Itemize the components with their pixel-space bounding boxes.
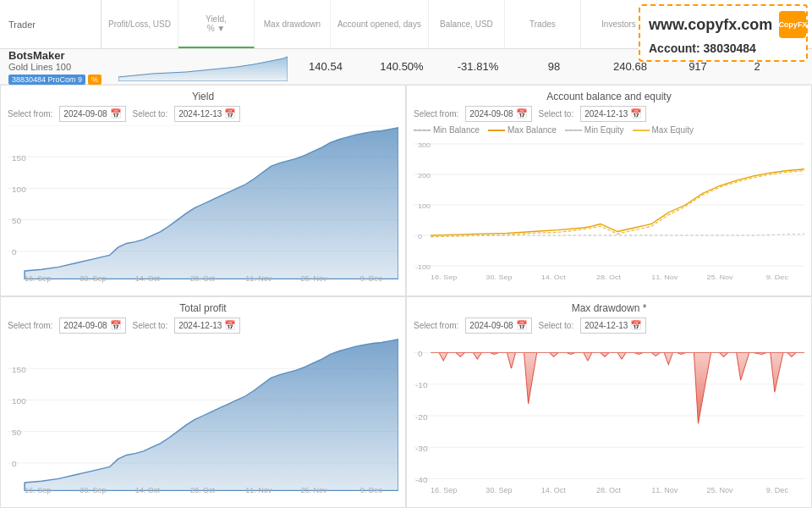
svg-text:-40: -40 bbox=[415, 475, 427, 484]
drawdown-to-label: Select to: bbox=[539, 321, 574, 330]
balance-from-date[interactable]: 2024-09-08 📅 bbox=[465, 106, 531, 122]
yield-chart-title: Yield bbox=[8, 91, 398, 102]
stat-balance: 240.68 bbox=[592, 60, 668, 73]
calendar-icon-yield-to: 📅 bbox=[224, 108, 236, 119]
svg-text:-30: -30 bbox=[415, 444, 427, 453]
col-trades-label: Trades bbox=[529, 19, 556, 29]
header-trader-label: Trader bbox=[0, 0, 102, 48]
drawdown-from-date[interactable]: 2024-09-08 📅 bbox=[465, 318, 531, 334]
yield-chart-panel: Yield Select from: 2024-09-08 📅 Select t… bbox=[0, 85, 406, 296]
profit-from-label: Select from: bbox=[8, 321, 52, 330]
charts-area: Yield Select from: 2024-09-08 📅 Select t… bbox=[0, 85, 812, 508]
svg-text:9. Dec: 9. Dec bbox=[360, 486, 383, 494]
svg-text:11. Nov: 11. Nov bbox=[245, 274, 272, 283]
legend-min-balance: Min Balance bbox=[414, 125, 480, 135]
calendar-icon-yield-from: 📅 bbox=[110, 108, 122, 119]
stat-maxdd: -31.81% bbox=[440, 60, 516, 73]
trader-info: BotsMaker Gold Lines 100 38830484 ProCom… bbox=[8, 49, 110, 85]
svg-text:-20: -20 bbox=[415, 412, 427, 422]
svg-text:9. Dec: 9. Dec bbox=[766, 273, 789, 281]
balance-equity-chart-title: Account balance and equity bbox=[414, 91, 804, 102]
legend-max-equity: Max Equity bbox=[633, 125, 694, 135]
stat-yield: 140.50% bbox=[364, 60, 440, 73]
balance-chart-controls: Select from: 2024-09-08 📅 Select to: 202… bbox=[414, 106, 804, 122]
balance-to-label: Select to: bbox=[539, 109, 574, 119]
svg-text:0: 0 bbox=[12, 248, 17, 257]
svg-text:100: 100 bbox=[12, 185, 26, 194]
svg-text:30. Sep: 30. Sep bbox=[486, 273, 512, 281]
svg-text:100: 100 bbox=[12, 396, 26, 406]
svg-text:16. Sep: 16. Sep bbox=[25, 274, 51, 283]
yield-to-label: Select to: bbox=[133, 109, 168, 119]
svg-text:25. Nov: 25. Nov bbox=[301, 486, 328, 494]
svg-text:25. Nov: 25. Nov bbox=[707, 273, 734, 281]
stat-profit: 140.54 bbox=[288, 60, 364, 73]
total-profit-chart-panel: Total profit Select from: 2024-09-08 📅 S… bbox=[0, 296, 406, 508]
profit-from-date[interactable]: 2024-09-08 📅 bbox=[59, 318, 125, 334]
svg-text:50: 50 bbox=[12, 217, 21, 226]
svg-text:0: 0 bbox=[12, 460, 17, 469]
svg-text:30. Sep: 30. Sep bbox=[80, 274, 106, 283]
calendar-icon-profit-to: 📅 bbox=[224, 320, 236, 331]
svg-text:28. Oct: 28. Oct bbox=[190, 274, 216, 283]
header-col-trades[interactable]: Trades bbox=[505, 0, 581, 48]
total-profit-chart-title: Total profit bbox=[8, 302, 398, 314]
yield-chart-controls: Select from: 2024-09-08 📅 Select to: 202… bbox=[8, 106, 398, 122]
svg-text:-100: -100 bbox=[415, 263, 431, 271]
header-col-days[interactable]: Account opened, days bbox=[331, 0, 429, 48]
stat-investors: 2 bbox=[727, 60, 787, 73]
drawdown-from-label: Select from: bbox=[414, 321, 458, 330]
mini-chart bbox=[118, 52, 288, 81]
balance-legend: Min Balance Max Balance Min Equity Max E… bbox=[414, 125, 804, 135]
header-col-yield[interactable]: Yield,% ▼ bbox=[178, 0, 255, 48]
yield-chart-svg: 0 50 100 150 16. Sep 30. Sep 14. Oct 28.… bbox=[8, 125, 398, 283]
svg-text:50: 50 bbox=[12, 428, 21, 438]
watermark-box: www.copyfx.com CopyFX Account: 38030484 bbox=[639, 4, 808, 62]
col-balance-label: Balance, USD bbox=[440, 19, 493, 29]
legend-min-equity: Min Equity bbox=[565, 125, 624, 135]
calendar-icon-profit-from: 📅 bbox=[110, 320, 122, 331]
svg-text:9. Dec: 9. Dec bbox=[766, 486, 789, 494]
svg-text:200: 200 bbox=[418, 172, 431, 179]
legend-max-balance: Max Balance bbox=[488, 125, 557, 135]
col-maxdd-label: Max drawdown bbox=[264, 19, 321, 29]
yield-to-date[interactable]: 2024-12-13 📅 bbox=[174, 106, 240, 122]
balance-equity-chart-panel: Account balance and equity Select from: … bbox=[406, 85, 812, 296]
svg-text:100: 100 bbox=[418, 202, 431, 210]
profit-to-label: Select to: bbox=[133, 321, 168, 330]
trader-badge: 38830484 ProCom 9 % bbox=[8, 75, 110, 85]
drawdown-to-date[interactable]: 2024-12-13 📅 bbox=[580, 318, 646, 334]
calendar-icon-balance-to: 📅 bbox=[630, 108, 642, 119]
balance-to-date[interactable]: 2024-12-13 📅 bbox=[580, 106, 646, 122]
svg-text:25. Nov: 25. Nov bbox=[707, 486, 734, 494]
calendar-icon-drawdown-to: 📅 bbox=[630, 320, 642, 331]
header-col-profit[interactable]: Profit/Loss, USD bbox=[102, 0, 178, 48]
svg-text:16. Sep: 16. Sep bbox=[431, 273, 457, 281]
drawdown-chart-controls: Select from: 2024-09-08 📅 Select to: 202… bbox=[414, 318, 804, 334]
max-drawdown-chart-svg: 0 -10 -20 -30 -40 16. Sep 30. Sep 14. Oc… bbox=[414, 337, 804, 494]
svg-text:30. Sep: 30. Sep bbox=[80, 486, 106, 494]
svg-text:150: 150 bbox=[12, 365, 26, 374]
col-yield-label: Yield,% ▼ bbox=[206, 14, 227, 33]
copyfx-logo: CopyFX bbox=[779, 11, 806, 38]
col-investors-label: Investors bbox=[601, 19, 636, 29]
svg-text:150: 150 bbox=[12, 153, 26, 163]
header-col-balance[interactable]: Balance, USD bbox=[429, 0, 505, 48]
balance-equity-chart-svg: -100 0 100 200 300 16. Sep 30. Sep 14. O… bbox=[414, 136, 804, 281]
total-profit-chart-svg: 0 50 100 150 16. Sep 30. Sep 14. Oct 28.… bbox=[8, 337, 398, 494]
svg-text:0: 0 bbox=[418, 233, 422, 240]
calendar-icon-balance-from: 📅 bbox=[516, 108, 528, 119]
yield-from-date[interactable]: 2024-09-08 📅 bbox=[59, 106, 125, 122]
svg-text:16. Sep: 16. Sep bbox=[431, 486, 457, 494]
balance-from-label: Select from: bbox=[414, 109, 458, 119]
svg-text:16. Sep: 16. Sep bbox=[25, 486, 51, 494]
svg-text:14. Oct: 14. Oct bbox=[135, 486, 161, 494]
trader-sub: Gold Lines 100 bbox=[8, 62, 110, 72]
svg-text:14. Oct: 14. Oct bbox=[541, 486, 567, 494]
header-col-maxdd[interactable]: Max drawdown bbox=[255, 0, 331, 48]
profit-to-date[interactable]: 2024-12-13 📅 bbox=[174, 318, 240, 334]
watermark-site: www.copyfx.com CopyFX bbox=[649, 11, 798, 38]
svg-text:-10: -10 bbox=[415, 381, 427, 390]
svg-text:28. Oct: 28. Oct bbox=[596, 486, 622, 494]
max-drawdown-chart-panel: Max drawdown * Select from: 2024-09-08 📅… bbox=[406, 296, 812, 508]
